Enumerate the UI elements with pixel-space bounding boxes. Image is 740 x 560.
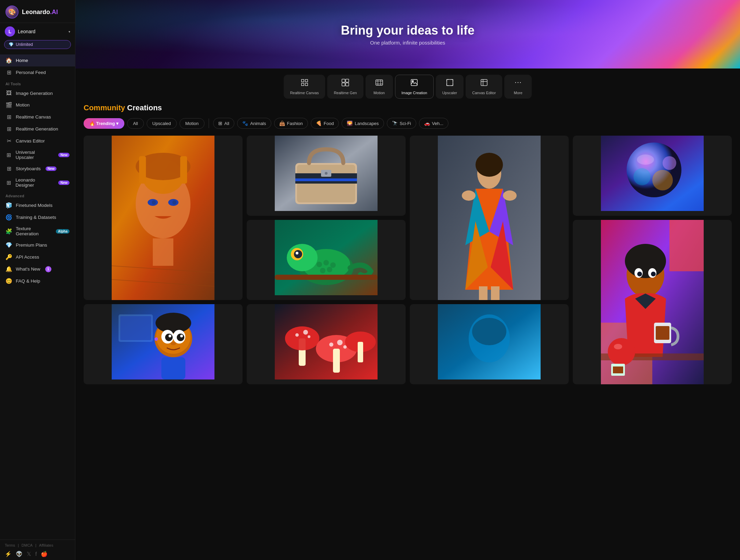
motion-tool-icon xyxy=(375,78,383,89)
discord-icon[interactable]: ⚡ xyxy=(5,551,12,557)
all-cat-icon: ⊞ xyxy=(218,121,222,126)
filter-cat-food[interactable]: 🍕 Food xyxy=(311,118,339,129)
sidebar-item-label: Home xyxy=(16,58,28,63)
tool-image-creation[interactable]: Image Creation xyxy=(395,75,434,99)
tool-motion[interactable]: Motion xyxy=(366,75,393,99)
filter-cat-animals[interactable]: 🐾 Animals xyxy=(237,118,271,129)
sidebar-item-label: FAQ & Help xyxy=(16,278,40,284)
image-card[interactable]: ▶ xyxy=(573,136,732,216)
sidebar-item-whats-new[interactable]: 🔔 What's New 1 xyxy=(0,263,75,275)
filter-cat-sci-fi[interactable]: 🔭 Sci-Fi xyxy=(387,118,416,129)
tool-nav: Realtime Canvas Realtime Gen Motion Imag… xyxy=(75,69,740,103)
sidebar-item-motion[interactable]: 🎬 Motion xyxy=(0,99,75,111)
sidebar-item-premium-plans[interactable]: 💎 Premium Plans xyxy=(0,239,75,251)
sidebar-item-canvas-editor[interactable]: ✂ Canvas Editor xyxy=(0,135,75,147)
tool-realtime-gen[interactable]: Realtime Gen xyxy=(327,75,363,99)
sidebar-item-label: Finetuned Models xyxy=(16,203,52,208)
vehicles-icon: 🚗 xyxy=(424,121,430,126)
brand-suffix: .AI xyxy=(50,9,58,15)
realtime-gen-tool-icon xyxy=(341,78,349,89)
sidebar-item-finetuned-models[interactable]: 🧊 Finetuned Models xyxy=(0,199,75,211)
dmca-link[interactable]: DMCA xyxy=(22,543,33,547)
sidebar-item-personal-feed[interactable]: ⊞ Personal Feed xyxy=(0,66,75,78)
sidebar-item-realtime-gen[interactable]: ⊞ Realtime Generation xyxy=(0,123,75,135)
tool-realtime-canvas-label: Realtime Canvas xyxy=(290,91,319,95)
image-card[interactable] xyxy=(247,136,406,216)
hero-subtitle: One platform, infinite possibilities xyxy=(370,40,445,46)
image-card[interactable] xyxy=(410,304,569,384)
filter-trending[interactable]: 🔥 Trending ▾ xyxy=(84,118,124,129)
new-badge: New xyxy=(58,153,70,157)
twitter-icon[interactable]: 𝕏 xyxy=(27,551,31,557)
tool-canvas-editor-label: Canvas Editor xyxy=(472,91,496,95)
affiliates-link[interactable]: Affiliates xyxy=(39,543,53,547)
reddit-icon[interactable]: 👽 xyxy=(16,551,23,557)
play-button[interactable]: ▶ xyxy=(717,201,729,213)
filter-cat-all[interactable]: ⊞ All xyxy=(213,118,234,129)
sidebar-item-training-datasets[interactable]: 🌀 Training & Datasets xyxy=(0,211,75,223)
sidebar-item-universal-upscaler[interactable]: ⊞ Universal Upscaler New xyxy=(0,147,75,163)
sidebar-item-label: What's New xyxy=(16,266,40,272)
svg-rect-0 xyxy=(342,79,345,82)
image-creation-tool-icon xyxy=(410,78,418,89)
brand-name: Leonardo.AI xyxy=(22,9,58,16)
sidebar-item-home[interactable]: 🏠 Home xyxy=(0,54,75,66)
sidebar: 🎨 Leonardo.AI L Leonard ▾ 💎 Unlimited 🏠 … xyxy=(0,0,75,560)
logo-avatar: 🎨 xyxy=(5,5,18,18)
user-row[interactable]: L Leonard ▾ xyxy=(0,23,75,40)
tool-motion-label: Motion xyxy=(373,91,385,95)
alpha-badge: Alpha xyxy=(56,229,70,234)
terms-link[interactable]: Terms xyxy=(5,543,15,547)
plan-badge[interactable]: 💎 Unlimited xyxy=(4,40,71,49)
chevron-down-icon: ▾ xyxy=(69,30,70,34)
filter-cat-vehicles[interactable]: 🚗 Veh... xyxy=(419,118,448,129)
sidebar-item-leonardo-designer[interactable]: ⊞ Leonardo Designer New xyxy=(0,175,75,190)
logo-area[interactable]: 🎨 Leonardo.AI xyxy=(0,0,75,23)
tool-more[interactable]: More xyxy=(504,75,532,99)
footer-links: Terms | DMCA | Affiliates xyxy=(5,543,70,547)
filter-cat-landscapes[interactable]: 🌄 Landscapes xyxy=(342,118,384,129)
sidebar-item-label: Motion xyxy=(16,102,30,108)
sidebar-item-label: Canvas Editor xyxy=(16,138,45,144)
image-card[interactable] xyxy=(247,304,406,384)
faq-icon: 😊 xyxy=(5,278,12,284)
sidebar-item-faq-help[interactable]: 😊 FAQ & Help xyxy=(0,275,75,287)
image-card[interactable] xyxy=(84,304,243,384)
social-links: ⚡ 👽 𝕏 f 🍎 xyxy=(5,551,70,557)
designer-icon: ⊞ xyxy=(5,179,12,186)
image-card[interactable] xyxy=(573,220,732,384)
filter-all[interactable]: All xyxy=(127,118,144,129)
filter-motion[interactable]: Motion xyxy=(180,118,205,129)
image-generation-icon: 🖼 xyxy=(5,90,12,96)
sidebar-item-image-generation[interactable]: 🖼 Image Generation xyxy=(0,87,75,99)
image-card[interactable] xyxy=(410,136,569,300)
sidebar-item-realtime-canvas[interactable]: ⊞ Realtime Canvas xyxy=(0,111,75,123)
image-grid: ▶ xyxy=(84,136,732,384)
image-card[interactable] xyxy=(84,136,243,300)
apple-icon[interactable]: 🍎 xyxy=(41,551,48,557)
facebook-icon[interactable]: f xyxy=(35,551,37,557)
filter-upscaled[interactable]: Upscaled xyxy=(147,118,177,129)
sidebar-item-texture-generation[interactable]: 🧩 Texture Generation Alpha xyxy=(0,223,75,239)
filter-cat-fashion[interactable]: 👜 Fashion xyxy=(274,118,308,129)
sidebar-item-label: Image Generation xyxy=(16,91,53,96)
sidebar-item-label: Storyboards xyxy=(16,166,41,171)
image-card[interactable] xyxy=(247,220,406,300)
user-name: Leonard xyxy=(18,29,66,34)
tool-upscaler[interactable]: Upscaler xyxy=(436,75,464,99)
tool-realtime-canvas[interactable]: Realtime Canvas xyxy=(284,75,325,99)
training-icon: 🌀 xyxy=(5,214,12,221)
sidebar-item-label: Personal Feed xyxy=(16,70,46,75)
upscaler-tool-icon xyxy=(446,78,454,89)
sidebar-item-storyboards[interactable]: ⊞ Storyboards New xyxy=(0,163,75,175)
tool-canvas-editor[interactable]: Canvas Editor xyxy=(466,75,502,99)
sidebar-nav: 🏠 Home ⊞ Personal Feed AI Tools 🖼 Image … xyxy=(0,52,75,539)
sidebar-item-api-access[interactable]: 🔑 API Access xyxy=(0,251,75,263)
motion-icon: 🎬 xyxy=(5,102,12,108)
realtime-gen-icon: ⊞ xyxy=(5,126,12,132)
sci-fi-icon: 🔭 xyxy=(392,121,398,126)
ai-tools-label: AI Tools xyxy=(0,78,75,87)
svg-rect-5 xyxy=(411,79,417,86)
svg-rect-2 xyxy=(342,83,345,86)
canvas-editor-tool-icon xyxy=(480,78,488,89)
